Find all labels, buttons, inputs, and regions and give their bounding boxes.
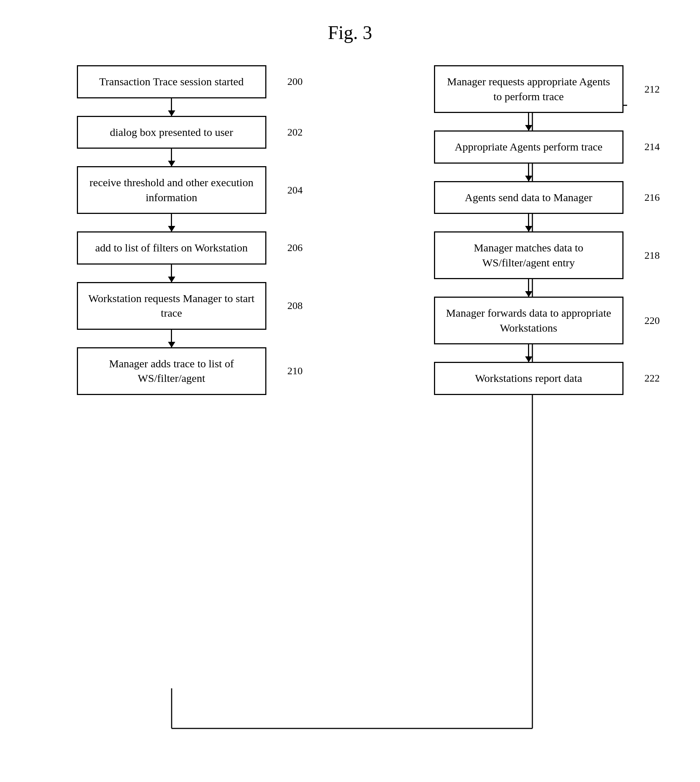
box-212: Manager requests appropriate Agents to p… [434,65,623,113]
arrow-216-218 [528,214,529,232]
label-218: 218 [645,250,660,261]
box-200-wrap: Transaction Trace session started 200 [77,65,267,98]
label-208: 208 [288,300,303,312]
label-202: 202 [288,127,303,138]
label-206: 206 [288,242,303,253]
label-210: 210 [288,365,303,377]
label-214: 214 [645,141,660,153]
box-202-wrap: dialog box presented to user 202 [77,116,267,149]
right-column: Manager requests appropriate Agents to p… [416,65,642,395]
box-214-wrap: Appropriate Agents perform trace 214 [434,130,623,163]
box-208-wrap: Workstation requests Manager to start tr… [77,282,267,330]
label-212: 212 [645,83,660,95]
arrow-212-214 [528,113,529,130]
arrow-202-204 [171,149,172,166]
label-216: 216 [645,192,660,203]
box-208: Workstation requests Manager to start tr… [77,282,267,330]
box-218-wrap: Manager matches data to WS/filter/agent … [434,232,623,279]
left-column: Transaction Trace session started 200 di… [59,65,285,395]
arrow-204-206 [171,214,172,232]
arrow-218-220 [528,279,529,297]
label-222: 222 [645,372,660,384]
box-212-wrap: Manager requests appropriate Agents to p… [434,65,623,113]
box-200: Transaction Trace session started [77,65,267,98]
page-title: Fig. 3 [328,22,372,43]
box-222-wrap: Workstations report data 222 [434,362,623,395]
box-216: Agents send data to Manager [434,181,623,214]
box-216-wrap: Agents send data to Manager 216 [434,181,623,214]
box-210: Manager adds trace to list of WS/filter/… [77,347,267,395]
arrow-214-216 [528,163,529,181]
box-222: Workstations report data [434,362,623,395]
arrow-200-202 [171,98,172,116]
arrow-220-222 [528,344,529,362]
box-220-wrap: Manager forwards data to appropriate Wor… [434,297,623,344]
label-220: 220 [645,315,660,327]
arrow-208-210 [171,330,172,347]
box-202: dialog box presented to user [77,116,267,149]
box-204-wrap: receive threshold and other execution in… [77,166,267,214]
arrow-206-208 [171,265,172,282]
box-206: add to list of filters on Workstation [77,232,267,265]
box-204: receive threshold and other execution in… [77,166,267,214]
box-214: Appropriate Agents perform trace [434,130,623,163]
label-200: 200 [288,76,303,87]
box-218: Manager matches data to WS/filter/agent … [434,232,623,279]
box-220: Manager forwards data to appropriate Wor… [434,297,623,344]
label-204: 204 [288,184,303,196]
box-210-wrap: Manager adds trace to list of WS/filter/… [77,347,267,395]
box-206-wrap: add to list of filters on Workstation 20… [77,232,267,265]
